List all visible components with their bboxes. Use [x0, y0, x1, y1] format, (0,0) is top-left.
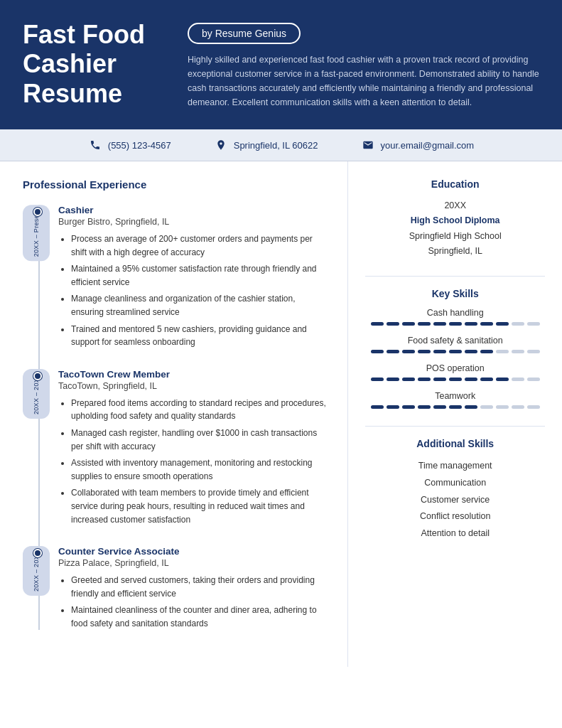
additional-skill-item: Time management [365, 458, 545, 475]
job-title: Counter Service Associate [58, 546, 328, 557]
phone-text: (555) 123-4567 [108, 140, 171, 151]
skill-item: POS operation [365, 363, 545, 381]
skill-dash-filled [418, 322, 431, 326]
skill-bar [365, 322, 545, 326]
bullet-item: Manage cleanliness and organization of t… [71, 292, 328, 318]
skill-dash-empty [512, 378, 524, 381]
bullet-item: Maintained a 95% customer satisfaction r… [71, 262, 328, 289]
bullet-item: Trained and mentored 5 new cashiers, pro… [71, 323, 328, 349]
skill-dash-empty [512, 405, 524, 409]
skill-bar [365, 405, 545, 409]
skill-dash-filled [480, 378, 493, 381]
skill-dash-empty [527, 378, 540, 381]
skill-dash-filled [402, 350, 415, 353]
skill-dash-empty [527, 350, 540, 353]
timeline-item: 20XX – 20XXTacoTown Crew MemberTacoTown,… [58, 369, 328, 526]
experience-section-title: Professional Experience [23, 178, 328, 193]
edu-degree: High School Diploma [365, 213, 545, 228]
contact-email: your.email@gmail.com [361, 138, 475, 152]
skill-dash-filled [433, 322, 446, 326]
skill-dash-filled [449, 405, 462, 409]
bullet-item: Collaborated with team members to provid… [71, 486, 328, 526]
key-skills-title: Key Skills [365, 288, 545, 299]
job-title: TacoTown Crew Member [58, 369, 328, 380]
skill-bar [365, 378, 545, 381]
skill-dash-filled [465, 350, 477, 353]
additional-skills-section: Additional Skills Time managementCommuni… [365, 438, 545, 542]
additional-skill-item: Communication [365, 475, 545, 492]
skill-name: Cash handling [365, 308, 545, 318]
location-icon [214, 138, 228, 152]
skill-dash-empty [512, 350, 524, 353]
email-icon [361, 138, 375, 152]
skill-dash-filled [402, 378, 415, 381]
phone-icon [88, 138, 102, 152]
skill-dash-empty [527, 322, 540, 326]
skill-dash-filled [387, 322, 399, 326]
by-badge: by Resume Genius [188, 23, 301, 44]
skill-dash-filled [449, 378, 462, 381]
skill-dash-filled [496, 322, 509, 326]
bullet-item: Process an average of 200+ customer orde… [71, 232, 328, 259]
timeline-dot [33, 208, 42, 216]
additional-skill-item: Customer service [365, 492, 545, 509]
header-summary: Highly skilled and experienced fast food… [188, 53, 539, 109]
header: Fast Food Cashier Resume by Resume Geniu… [0, 0, 562, 129]
skill-name: Teamwork [365, 391, 545, 401]
edu-location: Springfield, IL [365, 244, 545, 259]
bullet-item: Managed cash register, handling over $10… [71, 427, 328, 453]
skill-dash-filled [418, 350, 431, 353]
skill-dash-filled [402, 322, 415, 326]
skill-dash-filled [418, 378, 431, 381]
skill-dash-filled [387, 405, 399, 409]
skill-dash-filled [465, 322, 477, 326]
skills-list: Cash handlingFood safety & sanitationPOS… [365, 308, 545, 409]
timeline: 20XX – PresentCashierBurger Bistro, Spri… [23, 205, 328, 630]
skill-dash-filled [449, 322, 462, 326]
skill-dash-filled [402, 405, 415, 409]
job-title: Cashier [58, 205, 328, 215]
bullet-item: Assisted with inventory management, moni… [71, 456, 328, 483]
additional-skills-title: Additional Skills [365, 438, 545, 449]
skill-dash-filled [480, 350, 493, 353]
skill-dash-empty [496, 350, 509, 353]
skill-dash-empty [496, 405, 509, 409]
header-right: by Resume Genius Highly skilled and expe… [188, 20, 539, 109]
divider-1 [365, 276, 545, 277]
skill-dash-filled [465, 378, 477, 381]
main-content: Professional Experience 20XX – PresentCa… [0, 161, 562, 667]
skill-dash-filled [371, 350, 384, 353]
key-skills-section: Key Skills Cash handlingFood safety & sa… [365, 288, 545, 409]
skill-dash-filled [433, 350, 446, 353]
bullet-item: Prepared food items according to standar… [71, 397, 328, 423]
email-text: your.email@gmail.com [381, 140, 475, 151]
skill-dash-filled [496, 378, 509, 381]
skill-dash-filled [387, 378, 399, 381]
contact-bar: (555) 123-4567 Springfield, IL 60622 you… [0, 129, 562, 161]
bullet-item: Maintained cleanliness of the counter an… [71, 604, 328, 630]
skill-dash-filled [433, 405, 446, 409]
location-text: Springfield, IL 60622 [234, 140, 318, 151]
additional-skill-item: Attention to detail [365, 525, 545, 542]
skill-item: Cash handling [365, 308, 545, 326]
skill-dash-filled [371, 405, 384, 409]
job-bullets: Process an average of 200+ customer orde… [58, 232, 328, 349]
left-column: Professional Experience 20XX – PresentCa… [0, 161, 348, 667]
skill-item: Teamwork [365, 391, 545, 409]
timeline-item: 20XX – PresentCashierBurger Bistro, Spri… [58, 205, 328, 349]
resume-title: Fast Food Cashier Resume [23, 20, 165, 108]
additional-skills-list: Time managementCommunicationCustomer ser… [365, 458, 545, 542]
job-company: TacoTown, Springfield, IL [58, 381, 328, 391]
skill-dash-filled [465, 405, 477, 409]
education-section: Education 20XX High School Diploma Sprin… [365, 178, 545, 259]
job-bullets: Prepared food items according to standar… [58, 397, 328, 526]
skill-dash-filled [480, 322, 493, 326]
education-block: 20XX High School Diploma Springfield Hig… [365, 198, 545, 259]
skill-dash-filled [387, 350, 399, 353]
skill-dash-filled [433, 378, 446, 381]
job-company: Pizza Palace, Springfield, IL [58, 558, 328, 568]
job-company: Burger Bistro, Springfield, IL [58, 217, 328, 227]
skill-dash-filled [371, 378, 384, 381]
contact-phone: (555) 123-4567 [88, 138, 171, 152]
skill-dash-empty [527, 405, 540, 409]
